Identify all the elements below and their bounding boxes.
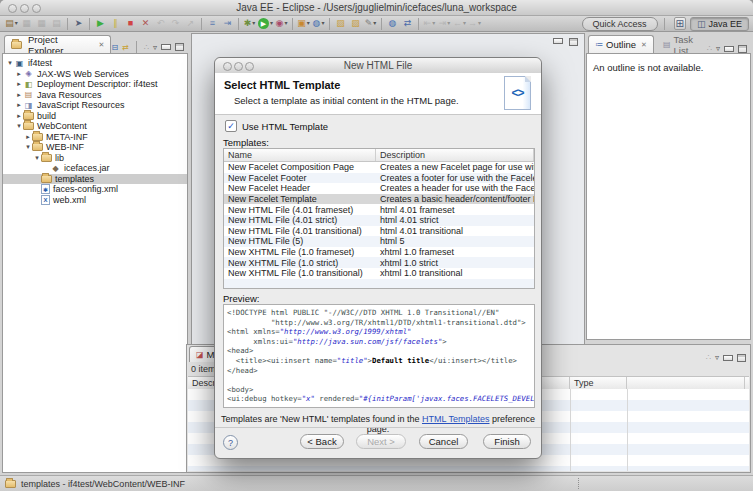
dropdown-arrow-icon[interactable]: ▾	[463, 17, 466, 30]
step-return-icon[interactable]: ↗	[184, 17, 197, 30]
template-row[interactable]: New Facelet FooterCreates a footer for u…	[224, 173, 534, 184]
focus-icon[interactable]: ∴	[706, 353, 711, 362]
dropdown-arrow-icon[interactable]: ▾	[478, 17, 481, 30]
coverage-icon[interactable]: ◉▾	[275, 17, 288, 30]
annotation-pointer-icon[interactable]: ➤	[72, 17, 85, 30]
template-row[interactable]: New HTML File (4.01 frameset)html 4.01 f…	[224, 204, 534, 215]
close-icon[interactable]: ✕	[641, 41, 647, 49]
back-button[interactable]: < Back	[300, 434, 344, 449]
open-folder-icon[interactable]: ▨	[334, 17, 347, 30]
expand-arrow-icon[interactable]: ▾	[15, 122, 23, 130]
tree-item-javascript-resources[interactable]: ▸◨JavaScript Resources	[3, 100, 187, 111]
tree-item-lib[interactable]: ▾lib	[3, 153, 187, 164]
new-wizard-icon[interactable]: ▤▾	[5, 17, 18, 30]
expand-arrow-icon[interactable]: ▸	[15, 112, 23, 120]
finish-button[interactable]: Finish	[483, 434, 531, 449]
view-menu-icon[interactable]: ▿	[715, 353, 719, 362]
dropdown-arrow-icon[interactable]: ▾	[284, 17, 287, 30]
dropdown-arrow-icon[interactable]: ▾	[321, 17, 324, 30]
tree-item-java-resources[interactable]: ▸▤Java Resources	[3, 90, 187, 101]
tab-outline[interactable]: ≔ Outline ✕	[588, 35, 654, 53]
dropdown-arrow-icon[interactable]: ▾	[307, 17, 310, 30]
expand-arrow-icon[interactable]: ▸	[15, 70, 23, 78]
tree-item-web-inf[interactable]: ▾WEB-INF	[3, 142, 187, 153]
template-row[interactable]: New HTML File (4.01 transitional)html 4.…	[224, 226, 534, 237]
dropdown-arrow-icon[interactable]: ▾	[432, 17, 435, 30]
template-row[interactable]: New Facelet TemplateCreates a basic head…	[224, 194, 534, 205]
dropdown-arrow-icon[interactable]: ▾	[270, 17, 273, 30]
maximize-icon[interactable]	[738, 45, 747, 53]
minimize-icon[interactable]	[723, 355, 733, 361]
template-row[interactable]: New XHTML File (1.0 transitional)xhtml 1…	[224, 268, 534, 279]
column-divider[interactable]	[627, 389, 628, 471]
terminate-icon[interactable]: ■	[124, 17, 137, 30]
focus-icon[interactable]: ∴	[707, 44, 712, 53]
minimize-icon[interactable]	[553, 38, 563, 44]
template-row[interactable]: New Facelet HeaderCreates a header for u…	[224, 183, 534, 194]
maximize-icon[interactable]	[175, 43, 184, 51]
expand-arrow-icon[interactable]: ▾	[33, 154, 41, 162]
tree-item-webcontent[interactable]: ▾WebContent	[3, 121, 187, 132]
template-row[interactable]: New XHTML File (1.0 frameset)xhtml 1.0 f…	[224, 247, 534, 258]
column-header-type[interactable]: Type	[570, 377, 627, 389]
annotate-search-icon[interactable]: ✎▾	[364, 17, 377, 30]
new-ee-project-icon[interactable]: ▣▾	[297, 17, 310, 30]
cancel-button[interactable]: Cancel	[419, 434, 468, 449]
tree-item-if4test[interactable]: ▾▣if4test	[3, 58, 187, 69]
globe-icon[interactable]: ◍	[386, 17, 399, 30]
dialog-titlebar[interactable]: New HTML File	[215, 58, 541, 74]
view-menu-icon[interactable]: ▿	[716, 44, 720, 53]
minimize-icon[interactable]	[161, 44, 171, 50]
focus-icon[interactable]: ∴	[144, 43, 149, 52]
quick-access-button[interactable]: Quick Access	[582, 17, 658, 31]
expand-arrow-icon[interactable]: ▸	[15, 80, 23, 88]
import-folder-icon[interactable]: ▨	[349, 17, 362, 30]
template-row[interactable]: New Facelet Composition PageCreates a ne…	[224, 162, 534, 173]
expand-arrow-icon[interactable]: ▾	[6, 59, 14, 67]
column-divider[interactable]	[570, 389, 571, 471]
tree-item-templates[interactable]: templates	[3, 174, 187, 185]
expand-arrow-icon[interactable]: ▸	[24, 133, 32, 141]
expand-arrow-icon[interactable]: ▸	[15, 101, 23, 109]
column-header-empty[interactable]	[627, 377, 745, 389]
disconnect-icon[interactable]: ✕	[139, 17, 152, 30]
preview-code-box[interactable]: <!DOCTYPE html PUBLIC "-//W3C//DTD XHTML…	[223, 304, 535, 408]
expand-arrow-icon[interactable]: ▾	[24, 143, 32, 151]
column-header-description[interactable]: Description	[376, 149, 534, 161]
last-edit-location-icon[interactable]: ⇤▾	[423, 17, 436, 30]
help-button[interactable]: ?	[223, 435, 238, 450]
collapse-all-icon[interactable]: ⊟	[111, 43, 118, 52]
template-row[interactable]: New HTML File (4.01 strict)html 4.01 str…	[224, 215, 534, 226]
html-templates-link[interactable]: HTML Templates	[422, 414, 490, 424]
next-edit-location-icon[interactable]: ⇥▾	[438, 17, 451, 30]
show-selected-icon[interactable]: ≡	[206, 17, 219, 30]
step-into-icon[interactable]: ↶	[154, 17, 167, 30]
column-header-name[interactable]: Name	[224, 149, 376, 161]
tab-project-explorer[interactable]: Project Explorer ✕	[4, 35, 111, 53]
tree-item-jax-ws-web-services[interactable]: ▸◈JAX-WS Web Services	[3, 69, 187, 80]
maximize-icon[interactable]	[569, 38, 578, 46]
suspend-icon[interactable]: ∥	[109, 17, 122, 30]
save-icon[interactable]: ▦	[20, 17, 33, 30]
dropdown-arrow-icon[interactable]: ▾	[15, 17, 18, 30]
tree-item-faces-config-xml[interactable]: ✱faces-config.xml	[3, 184, 187, 195]
template-row[interactable]: New XHTML File (1.0 strict)xhtml 1.0 str…	[224, 257, 534, 268]
resume-icon[interactable]: ▶	[94, 17, 107, 30]
tree-item-icefaces-jar[interactable]: ◆icefaces.jar	[3, 163, 187, 174]
external-tools-icon[interactable]: ✱▾	[243, 17, 256, 30]
dropdown-arrow-icon[interactable]: ▾	[447, 17, 450, 30]
forward-icon[interactable]: →▾	[468, 17, 481, 30]
save-all-icon[interactable]: ▦	[35, 17, 48, 30]
perspective-javaee-button[interactable]: ◫ Java EE	[690, 17, 749, 31]
window-titlebar[interactable]: Java EE - Eclipse - /Users/jguglielmin/i…	[0, 0, 753, 16]
dropdown-arrow-icon[interactable]: ▾	[252, 17, 255, 30]
team-sync-icon[interactable]: ⇄	[401, 17, 414, 30]
tree-item-meta-inf[interactable]: ▸META-INF	[3, 132, 187, 143]
use-html-template-checkbox[interactable]: ✓	[225, 120, 237, 132]
dropdown-arrow-icon[interactable]: ▾	[373, 17, 376, 30]
step-over-icon[interactable]: ↷	[169, 17, 182, 30]
link-with-editor-icon[interactable]: ⇄	[122, 43, 129, 52]
expand-arrow-icon[interactable]: ▸	[15, 91, 23, 99]
open-perspective-icon[interactable]: ⊞	[674, 17, 686, 30]
print-icon[interactable]: ▤	[50, 17, 63, 30]
